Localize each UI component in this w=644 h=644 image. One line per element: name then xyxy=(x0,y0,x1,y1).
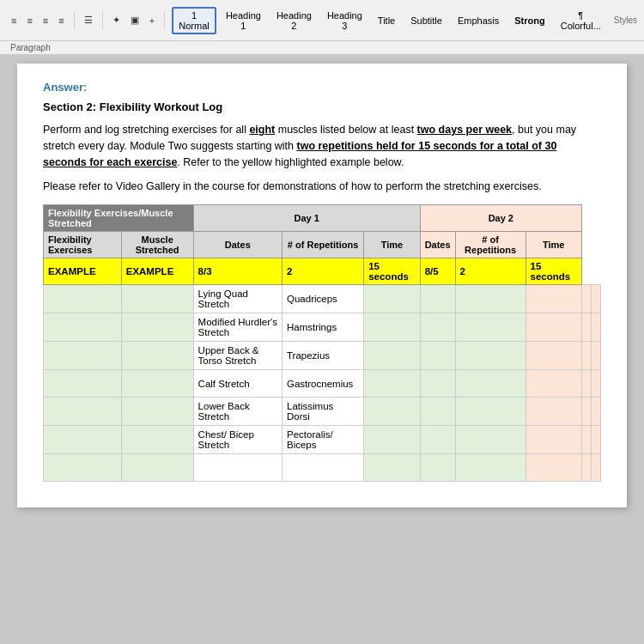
example-day1-time: 15 seconds xyxy=(364,258,420,285)
day1-data-cell xyxy=(420,398,455,426)
col-muscle-header: Muscle Stretched xyxy=(121,232,193,258)
muscle-cell: Gastrocnemius xyxy=(283,370,364,398)
example-day1-date: 8/3 xyxy=(193,258,282,285)
example-exercise: EXAMPLE xyxy=(44,258,122,285)
style-subtitle-btn[interactable]: Subtitle xyxy=(404,13,448,28)
day1-cell xyxy=(121,285,193,313)
style-heading1-btn[interactable]: Heading 1 xyxy=(220,8,267,33)
day1-data-cell xyxy=(420,342,455,370)
day2-data-cell xyxy=(526,342,581,370)
style-normal-btn[interactable]: 1 Normal xyxy=(172,7,216,34)
col-subheader-row: Flexibility Exercises Muscle Stretched D… xyxy=(44,232,601,258)
col-dates-header-1: Dates xyxy=(193,232,282,258)
day2-data-cell xyxy=(591,426,600,454)
style-heading3-btn[interactable]: Heading 3 xyxy=(321,8,368,33)
toolbar: ≡ ≡ ≡ ≡ ☰ ✦ ▣ + 1 Normal Heading 1 Headi… xyxy=(0,0,644,41)
table-header-label: Flexibility Exercises/Muscle Stretched xyxy=(44,205,194,232)
day1-data-cell xyxy=(455,342,526,370)
toolbar-icons: ≡ ≡ ≡ ≡ ☰ ✦ ▣ + xyxy=(7,12,168,29)
day1-data-cell xyxy=(420,313,455,342)
day1-cell xyxy=(121,454,193,482)
day1-data-cell xyxy=(455,370,526,398)
table-row: Lying Quad StretchQuadriceps xyxy=(44,285,601,313)
paragraph-label: Paragraph xyxy=(0,41,644,55)
day2-data-cell xyxy=(581,370,591,398)
style-colorful-btn[interactable]: ¶ Colorful... xyxy=(555,8,607,33)
indent-btn[interactable]: ✦ xyxy=(108,12,125,28)
day1-data-cell xyxy=(364,342,420,370)
day2-data-cell xyxy=(581,342,591,370)
day1-data-cell xyxy=(420,454,455,482)
style-emphasis-btn[interactable]: Emphasis xyxy=(452,13,505,28)
body-text-bold1: eight xyxy=(249,124,275,136)
col-reps-header-1: # of Repetitions xyxy=(283,232,364,258)
col-flex-header: Flexibility Exercises xyxy=(44,232,122,258)
exercise-cell: Calf Stretch xyxy=(193,370,282,398)
table-row xyxy=(44,454,601,482)
align-center-btn[interactable]: ≡ xyxy=(22,13,36,28)
align-left-btn[interactable]: ≡ xyxy=(7,13,21,28)
exercise-cell: Lying Quad Stretch xyxy=(193,285,282,313)
answer-label: Answer: xyxy=(43,81,601,94)
day1-cell xyxy=(44,454,122,482)
exercise-cell: Lower Back Stretch xyxy=(193,398,282,426)
please-refer: Please refer to Video Gallery in the cou… xyxy=(43,180,601,192)
table-row: Upper Back & Torso StretchTrapezius xyxy=(44,342,601,370)
day1-cell xyxy=(121,426,193,454)
body-text: Perform and log stretching exercises for… xyxy=(43,122,601,170)
flexibility-table: Flexibility Exercises/Muscle Stretched D… xyxy=(43,204,601,482)
muscle-cell: Quadriceps xyxy=(283,285,364,313)
day2-data-cell xyxy=(591,370,600,398)
day2-data-cell xyxy=(526,285,581,313)
muscle-cell xyxy=(283,454,364,482)
justify-btn[interactable]: ≡ xyxy=(54,13,68,28)
day1-data-cell xyxy=(455,426,526,454)
day2-data-cell xyxy=(581,313,591,342)
example-day2-date: 8/5 xyxy=(420,258,455,285)
align-right-btn[interactable]: ≡ xyxy=(39,13,52,28)
day1-data-cell xyxy=(364,398,420,426)
section-title: Section 2: Flexibility Workout Log xyxy=(43,100,601,113)
muscle-cell: Hamstrings xyxy=(283,313,364,342)
day2-data-cell xyxy=(591,398,600,426)
day2-data-cell xyxy=(526,454,581,482)
day1-cell xyxy=(44,285,122,313)
body-text-bold2: two days per week xyxy=(417,124,512,136)
example-muscle: EXAMPLE xyxy=(121,258,193,285)
day1-cell xyxy=(44,313,122,342)
day1-data-cell xyxy=(455,285,526,313)
style-title-btn[interactable]: Title xyxy=(372,13,401,28)
day2-data-cell xyxy=(581,426,591,454)
col-dates-header-2: Dates xyxy=(420,232,455,258)
day1-data-cell xyxy=(364,370,420,398)
day1-data-cell xyxy=(364,285,420,313)
day1-data-cell xyxy=(420,426,455,454)
document: Answer: Section 2: Flexibility Workout L… xyxy=(17,64,627,507)
page-wrapper: ≡ ≡ ≡ ≡ ☰ ✦ ▣ + 1 Normal Heading 1 Headi… xyxy=(0,0,644,644)
style-strong-btn[interactable]: Strong xyxy=(508,13,550,28)
day1-cell xyxy=(121,370,193,398)
day2-data-cell xyxy=(581,285,591,313)
day1-cell xyxy=(44,342,122,370)
separator-1 xyxy=(74,12,75,29)
col-reps-header-2: # of Repetitions xyxy=(455,232,526,258)
body-text-4: . Refer to the yellow highlighted exampl… xyxy=(177,156,404,168)
misc-btn[interactable]: + xyxy=(145,13,159,28)
example-row: EXAMPLE EXAMPLE 8/3 2 15 seconds 8/5 2 1… xyxy=(44,258,601,285)
col-time-header-1: Time xyxy=(364,232,420,258)
day1-cell xyxy=(121,313,193,342)
day1-data-cell xyxy=(364,426,420,454)
example-day2-reps: 2 xyxy=(455,258,526,285)
style-heading2-btn[interactable]: Heading 2 xyxy=(270,8,318,33)
day2-data-cell xyxy=(591,454,600,482)
muscle-cell: Trapezius xyxy=(283,342,364,370)
day2-data-cell xyxy=(526,370,581,398)
day2-data-cell xyxy=(591,285,600,313)
exercise-cell xyxy=(193,454,282,482)
list-btn[interactable]: ☰ xyxy=(80,12,97,28)
day1-data-cell xyxy=(455,398,526,426)
day1-data-cell xyxy=(420,370,455,398)
day1-cell xyxy=(121,398,193,426)
outdent-btn[interactable]: ▣ xyxy=(126,12,143,28)
exercise-cell: Upper Back & Torso Stretch xyxy=(193,342,282,370)
